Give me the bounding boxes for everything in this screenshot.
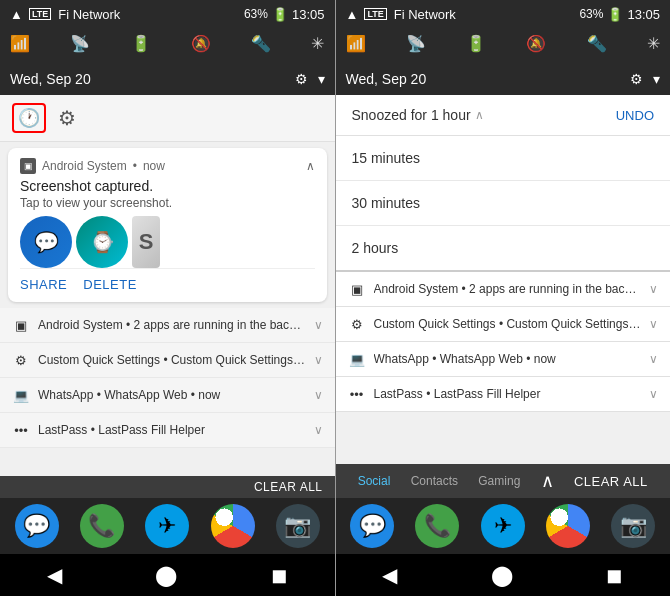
left-notif-icons-row: 🕐 ⚙ xyxy=(0,95,335,142)
left-card-title: Screenshot captured. xyxy=(20,178,315,194)
left-notif-whatsapp-text: WhatsApp • WhatsApp Web • now xyxy=(38,388,306,402)
left-app-telegram[interactable]: ✈ xyxy=(145,504,189,548)
left-thumb-fitbit: ⌚ xyxy=(76,216,128,268)
right-snooze-30[interactable]: 30 minutes xyxy=(336,181,671,226)
left-screenshot-card[interactable]: ▣ Android System • now ∧ Screenshot capt… xyxy=(8,148,327,302)
left-qs-flashlight[interactable]: 🔦 xyxy=(251,34,271,53)
right-qs-flashlight[interactable]: 🔦 xyxy=(587,34,607,53)
right-time: 13:05 xyxy=(627,7,660,22)
left-notif-android-text: Android System • 2 apps are running in t… xyxy=(38,318,306,332)
left-qs-data[interactable]: 📡 xyxy=(70,34,90,53)
left-carrier: Fi Network xyxy=(58,7,120,22)
right-notif-lastpass-icon: ••• xyxy=(348,385,366,403)
right-notif-custom[interactable]: ⚙ Custom Quick Settings • Custom Quick S… xyxy=(336,307,671,342)
right-qs-wifi[interactable]: 📶 xyxy=(346,34,366,53)
left-date-row: Wed, Sep 20 ⚙ ▾ xyxy=(0,67,335,95)
right-status-left: ▲ LTE Fi Network xyxy=(346,7,456,22)
left-notif-lastpass[interactable]: ••• LastPass • LastPass Fill Helper ∨ xyxy=(0,413,335,448)
left-thumb-row: 💬 ⌚ S xyxy=(20,216,315,268)
left-card-chevron: ∧ xyxy=(306,159,315,173)
left-date-row-right: ⚙ ▾ xyxy=(295,71,325,87)
left-clear-row: CLEAR ALL xyxy=(0,476,335,498)
left-wifi-icon: ▲ xyxy=(10,7,23,22)
right-undo-btn[interactable]: UNDO xyxy=(616,108,654,123)
right-expand-btn[interactable]: ∧ xyxy=(541,470,554,492)
left-expand-icon[interactable]: ▾ xyxy=(318,71,325,87)
left-clear-all-btn[interactable]: CLEAR ALL xyxy=(254,480,323,494)
left-notif-custom[interactable]: ⚙ Custom Quick Settings • Custom Quick S… xyxy=(0,343,335,378)
right-snooze-2h[interactable]: 2 hours xyxy=(336,226,671,272)
left-qs-battery-saver[interactable]: 🔋 xyxy=(131,34,151,53)
right-nav-bar: ◀ ⬤ ◼ xyxy=(336,554,671,596)
right-notif-whatsapp-text: WhatsApp • WhatsApp Web • now xyxy=(374,352,642,366)
right-back-btn[interactable]: ◀ xyxy=(382,563,397,587)
right-expand-icon[interactable]: ▾ xyxy=(653,71,660,87)
right-snooze-chevron: ∧ xyxy=(475,108,484,122)
left-app-phone[interactable]: 📞 xyxy=(80,504,124,548)
left-battery-pct: 63% xyxy=(244,7,268,21)
left-home-btn[interactable]: ⬤ xyxy=(155,563,177,587)
right-recents-btn[interactable]: ◼ xyxy=(606,563,623,587)
left-app-chrome[interactable] xyxy=(211,504,255,548)
right-notif-whatsapp[interactable]: 💻 WhatsApp • WhatsApp Web • now ∨ xyxy=(336,342,671,377)
right-app-messages[interactable]: 💬 xyxy=(350,504,394,548)
right-notif-android-chevron: ∨ xyxy=(649,282,658,296)
right-qs-dnd[interactable]: 🔕 xyxy=(526,34,546,53)
left-share-btn[interactable]: SHARE xyxy=(20,277,67,292)
left-app-camera[interactable]: 📷 xyxy=(276,504,320,548)
left-notif-lastpass-chevron: ∨ xyxy=(314,423,323,437)
left-notif-custom-chevron: ∨ xyxy=(314,353,323,367)
left-app-messages[interactable]: 💬 xyxy=(15,504,59,548)
right-notif-android[interactable]: ▣ Android System • 2 apps are running in… xyxy=(336,272,671,307)
left-back-btn[interactable]: ◀ xyxy=(47,563,62,587)
left-status-bar: ▲ LTE Fi Network 63% 🔋 13:05 xyxy=(0,0,335,28)
right-notif-lastpass[interactable]: ••• LastPass • LastPass Fill Helper ∨ xyxy=(336,377,671,412)
right-notif-custom-text: Custom Quick Settings • Custom Quick Set… xyxy=(374,317,642,331)
left-notif-whatsapp-chevron: ∨ xyxy=(314,388,323,402)
right-notif-android-icon: ▣ xyxy=(348,280,366,298)
left-date: Wed, Sep 20 xyxy=(10,71,91,87)
left-battery-icon: 🔋 xyxy=(272,7,288,22)
right-battery-icon: 🔋 xyxy=(607,7,623,22)
right-lte-icon: LTE xyxy=(364,8,386,20)
left-status-right: 63% 🔋 13:05 xyxy=(244,7,325,22)
left-recents-btn[interactable]: ◼ xyxy=(271,563,288,587)
right-date: Wed, Sep 20 xyxy=(346,71,427,87)
right-app-phone[interactable]: 📞 xyxy=(415,504,459,548)
right-app-telegram[interactable]: ✈ xyxy=(481,504,525,548)
right-clear-all-btn[interactable]: CLEAR ALL xyxy=(574,474,648,489)
left-card-header: ▣ Android System • now ∧ xyxy=(20,158,315,174)
left-delete-btn[interactable]: DELETE xyxy=(83,277,137,292)
right-qs-bluetooth[interactable]: ✳ xyxy=(647,34,660,53)
right-tab-social[interactable]: Social xyxy=(358,474,391,488)
left-qs-bluetooth[interactable]: ✳ xyxy=(311,34,324,53)
right-panel: ▲ LTE Fi Network 63% 🔋 13:05 📶 📡 🔋 🔕 🔦 ✳… xyxy=(336,0,671,596)
right-notif-whatsapp-chevron: ∨ xyxy=(649,352,658,366)
right-app-camera[interactable]: 📷 xyxy=(611,504,655,548)
right-qs-data[interactable]: 📡 xyxy=(406,34,426,53)
left-notif-whatsapp[interactable]: 💻 WhatsApp • WhatsApp Web • now ∨ xyxy=(0,378,335,413)
left-thumb-partial: S xyxy=(132,216,160,268)
left-bottom-section: CLEAR ALL 💬 📞 ✈ 📷 ◀ ⬤ ◼ xyxy=(0,476,335,596)
right-tab-gaming[interactable]: Gaming xyxy=(478,474,520,488)
right-notif-custom-icon: ⚙ xyxy=(348,315,366,333)
left-notif-custom-icon: ⚙ xyxy=(12,351,30,369)
right-tab-contacts[interactable]: Contacts xyxy=(411,474,458,488)
right-snooze-2h-label: 2 hours xyxy=(352,240,399,256)
right-home-btn[interactable]: ⬤ xyxy=(491,563,513,587)
left-settings-icon[interactable]: ⚙ xyxy=(295,71,308,87)
right-snooze-row: Snoozed for 1 hour ∧ UNDO xyxy=(336,95,671,136)
left-notif-android-chevron: ∨ xyxy=(314,318,323,332)
left-thumb-messaging: 💬 xyxy=(20,216,72,268)
right-battery-pct: 63% xyxy=(579,7,603,21)
right-snooze-left: Snoozed for 1 hour ∧ xyxy=(352,107,484,123)
right-settings-icon[interactable]: ⚙ xyxy=(630,71,643,87)
left-notif-android[interactable]: ▣ Android System • 2 apps are running in… xyxy=(0,308,335,343)
right-snooze-15[interactable]: 15 minutes xyxy=(336,136,671,181)
left-qs-dnd[interactable]: 🔕 xyxy=(191,34,211,53)
left-qs-wifi[interactable]: 📶 xyxy=(10,34,30,53)
left-notif-custom-text: Custom Quick Settings • Custom Quick Set… xyxy=(38,353,306,367)
right-qs-battery-saver[interactable]: 🔋 xyxy=(466,34,486,53)
right-app-chrome[interactable] xyxy=(546,504,590,548)
right-snooze-30-label: 30 minutes xyxy=(352,195,420,211)
